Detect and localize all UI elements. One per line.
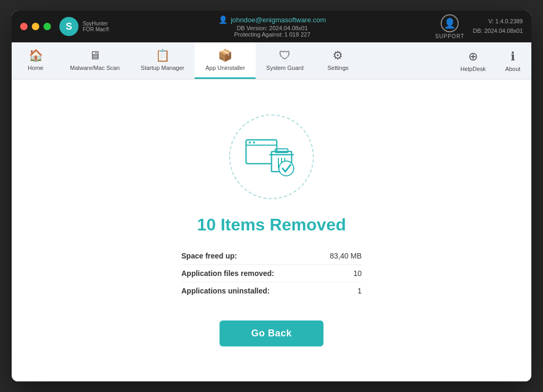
logo-icon: S bbox=[59, 17, 78, 36]
logo-text: SpyHunter FOR Mac® bbox=[83, 21, 109, 32]
version-line1: V: 1.4.0.2389 bbox=[473, 17, 523, 26]
result-title: 10 Items Removed bbox=[197, 215, 346, 235]
logo-name: SpyHunter bbox=[83, 21, 109, 26]
stat-row-apps: Applications uninstalled: 1 bbox=[181, 282, 362, 299]
nav-app-uninstaller[interactable]: 📦 App Uninstaller bbox=[195, 42, 256, 79]
user-icon: 👤 bbox=[218, 15, 227, 24]
close-button[interactable] bbox=[20, 23, 28, 30]
user-email: johndoe@enigmasoftware.com bbox=[231, 16, 326, 24]
stat-row-space: Space freed up: 83,40 MB bbox=[181, 247, 362, 265]
nav-about[interactable]: ℹ About bbox=[494, 42, 531, 79]
result-icon-container bbox=[229, 114, 314, 199]
window-controls bbox=[20, 23, 51, 30]
logo-area: S SpyHunter FOR Mac® bbox=[59, 17, 109, 36]
support-label: SUPPORT bbox=[435, 33, 465, 39]
version-line2: DB: 2024.04.08x01 bbox=[473, 26, 523, 36]
titlebar-right: 👤 SUPPORT V: 1.4.0.2389 DB: 2024.04.08x0… bbox=[435, 14, 523, 39]
nav-settings[interactable]: ⚙ Settings bbox=[314, 42, 362, 79]
stat-label-apps: Applications uninstalled: bbox=[181, 287, 269, 295]
db-info: DB Version: 2024.04.08x01 Protecting Aga… bbox=[234, 25, 311, 38]
support-icon: 👤 bbox=[441, 14, 459, 32]
nav-system-guard[interactable]: 🛡 System Guard bbox=[256, 42, 314, 79]
user-info: 👤 johndoe@enigmasoftware.com bbox=[218, 15, 326, 24]
svg-point-10 bbox=[279, 161, 294, 176]
nav-about-label: About bbox=[505, 66, 521, 72]
about-icon: ℹ bbox=[511, 50, 515, 64]
version-info: V: 1.4.0.2389 DB: 2024.04.08x01 bbox=[473, 17, 523, 35]
result-icon bbox=[245, 136, 298, 178]
svg-point-2 bbox=[249, 141, 251, 144]
nav-home[interactable]: 🏠 Home bbox=[12, 42, 59, 79]
nav-helpdesk[interactable]: ⊕ HelpDesk bbox=[452, 42, 494, 79]
stat-label-space: Space freed up: bbox=[181, 252, 237, 260]
stat-label-files: Application files removed: bbox=[181, 269, 274, 278]
nav-startup-manager[interactable]: 📋 Startup Manager bbox=[130, 42, 195, 79]
guard-icon: 🛡 bbox=[279, 49, 291, 63]
startup-icon: 📋 bbox=[155, 49, 170, 63]
minimize-button[interactable] bbox=[32, 23, 39, 30]
nav-malware-scan[interactable]: 🖥 Malware/Mac Scan bbox=[59, 42, 130, 79]
navbar: 🏠 Home 🖥 Malware/Mac Scan 📋 Startup Mana… bbox=[12, 42, 531, 79]
scan-icon: 🖥 bbox=[89, 49, 101, 63]
protecting-count: Protecting Against: 1 018 227 bbox=[234, 31, 311, 38]
nav-home-label: Home bbox=[28, 65, 43, 71]
svg-point-3 bbox=[253, 141, 255, 144]
nav-scan-label: Malware/Mac Scan bbox=[70, 65, 120, 71]
titlebar-center: 👤 johndoe@enigmasoftware.com DB Version:… bbox=[109, 15, 435, 38]
stat-value-files: 10 bbox=[353, 269, 362, 278]
stats-table: Space freed up: 83,40 MB Application fil… bbox=[181, 247, 362, 299]
nav-settings-label: Settings bbox=[328, 65, 349, 71]
nav-uninstaller-label: App Uninstaller bbox=[205, 65, 245, 71]
main-content: 10 Items Removed Space freed up: 83,40 M… bbox=[12, 79, 531, 381]
db-version: DB Version: 2024.04.08x01 bbox=[237, 25, 308, 31]
nav-helpdesk-label: HelpDesk bbox=[460, 66, 486, 72]
logo-subtext: FOR Mac® bbox=[83, 26, 109, 32]
stat-value-apps: 1 bbox=[357, 287, 362, 295]
stat-row-files: Application files removed: 10 bbox=[181, 265, 362, 282]
uninstall-svg-icon bbox=[245, 136, 298, 178]
nav-startup-label: Startup Manager bbox=[141, 65, 185, 71]
nav-guard-label: System Guard bbox=[266, 65, 303, 71]
settings-icon: ⚙ bbox=[332, 49, 343, 63]
support-button[interactable]: 👤 SUPPORT bbox=[435, 14, 465, 39]
home-icon: 🏠 bbox=[29, 49, 43, 63]
app-window: S SpyHunter FOR Mac® 👤 johndoe@enigmasof… bbox=[12, 11, 531, 381]
uninstaller-icon: 📦 bbox=[218, 49, 232, 63]
stat-value-space: 83,40 MB bbox=[330, 252, 362, 260]
helpdesk-icon: ⊕ bbox=[468, 50, 478, 64]
titlebar: S SpyHunter FOR Mac® 👤 johndoe@enigmasof… bbox=[12, 11, 531, 42]
go-back-button[interactable]: Go Back bbox=[220, 320, 324, 346]
maximize-button[interactable] bbox=[43, 23, 51, 30]
